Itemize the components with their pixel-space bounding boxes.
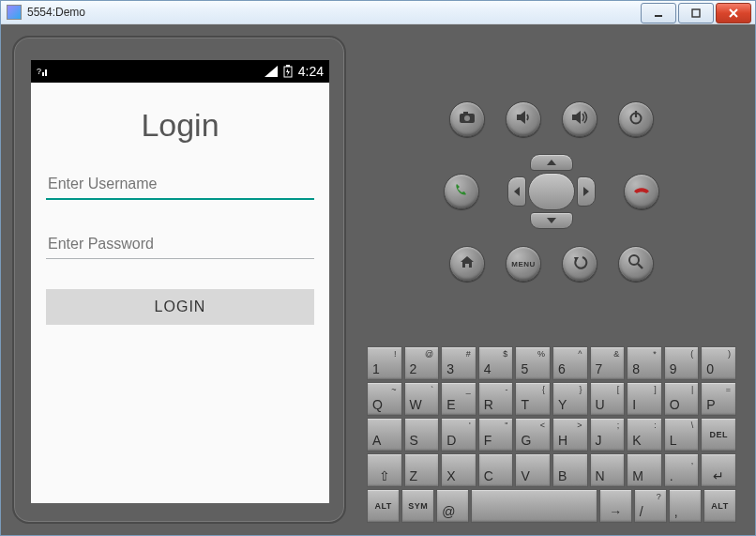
key-sup-label: ` (431, 385, 433, 394)
dpad-left[interactable] (507, 176, 526, 207)
key-/[interactable]: /? (634, 489, 667, 523)
key-sup-label: ! (394, 349, 397, 359)
power-button[interactable] (618, 101, 654, 137)
key-f[interactable]: F" (478, 418, 514, 452)
close-button[interactable] (716, 3, 751, 23)
key-main-label: ALT (374, 501, 391, 511)
key-m[interactable]: M (627, 453, 662, 487)
key-i[interactable]: I] (627, 382, 662, 416)
svg-marker-20 (583, 187, 589, 196)
key-main-label: ↵ (713, 468, 724, 483)
key-c[interactable]: C (478, 453, 514, 487)
dpad-right[interactable] (577, 176, 596, 207)
key-o[interactable]: O| (664, 382, 700, 416)
volume-down-button[interactable] (506, 101, 541, 137)
key-main-label: P (706, 397, 715, 412)
key-8[interactable]: 8* (627, 346, 662, 380)
volume-up-button[interactable] (562, 101, 597, 137)
controls-panel: MENU 1!2@3#4$5%6^7&8*9(0)Q~W`E_R-T{Y}U[I… (359, 36, 744, 524)
key-alt[interactable]: ALT (703, 489, 736, 523)
key-.[interactable]: ., (664, 453, 700, 487)
key-,[interactable]: , (669, 489, 702, 523)
login-button[interactable]: LOGIN (46, 289, 314, 325)
key-sup-label: ' (469, 421, 471, 430)
key-y[interactable]: Y} (552, 382, 588, 416)
call-end-icon (632, 183, 651, 200)
key-alt[interactable]: ALT (367, 489, 400, 523)
key-t[interactable]: T{ (515, 382, 551, 416)
key-⇧[interactable]: ⇧ (367, 453, 402, 487)
key-g[interactable]: G< (515, 418, 551, 452)
window-title: 5554:Demo (27, 6, 85, 19)
dpad-up[interactable] (530, 154, 573, 171)
username-input[interactable] (46, 170, 314, 200)
key-5[interactable]: 5% (515, 346, 551, 380)
password-input[interactable] (46, 230, 314, 259)
call-start-button[interactable] (444, 174, 479, 209)
svg-line-25 (638, 264, 643, 268)
key-7[interactable]: 7& (590, 346, 626, 380)
minimize-button[interactable] (641, 3, 676, 23)
key-x[interactable]: X (441, 453, 476, 487)
key-main-label: → (609, 504, 622, 519)
home-button[interactable] (449, 246, 485, 282)
key-z[interactable]: Z (404, 453, 440, 487)
key-e[interactable]: E_ (441, 382, 476, 416)
key-6[interactable]: 6^ (552, 346, 588, 380)
key-@[interactable]: @ (436, 489, 469, 523)
key-u[interactable]: U[ (590, 382, 626, 416)
key-sup-label: ) (728, 349, 731, 359)
key-a[interactable]: A (367, 418, 402, 452)
key-main-label: H (558, 433, 567, 448)
key-4[interactable]: 4$ (478, 346, 514, 380)
search-button[interactable] (618, 246, 654, 282)
key-h[interactable]: H> (552, 418, 588, 452)
key-q[interactable]: Q~ (367, 382, 402, 416)
key-2[interactable]: 2@ (404, 346, 440, 380)
key-r[interactable]: R- (478, 382, 514, 416)
key-sup-label: " (505, 421, 507, 430)
key-main-label: I (632, 397, 636, 412)
key-3[interactable]: 3# (441, 346, 476, 380)
key-d[interactable]: D' (441, 418, 476, 452)
key-v[interactable]: V (515, 453, 551, 487)
svg-marker-19 (514, 187, 520, 196)
key-sup-label: : (654, 421, 657, 430)
key-n[interactable]: N (590, 453, 626, 487)
key-0[interactable]: 0) (701, 346, 736, 380)
key-1[interactable]: 1! (367, 346, 402, 380)
key-main-label: T (521, 397, 529, 412)
key-main-label: DEL (709, 430, 728, 439)
dpad-center[interactable] (528, 173, 575, 210)
key-k[interactable]: K: (627, 418, 662, 452)
key-main-label: 9 (670, 361, 677, 376)
key-j[interactable]: J; (590, 418, 626, 452)
call-end-button[interactable] (624, 174, 659, 209)
key-main-label: 6 (558, 361, 566, 376)
key-↵[interactable]: ↵ (701, 453, 736, 487)
key-sup-label: , (691, 456, 694, 466)
key-space[interactable] (471, 489, 597, 523)
key-main-label: J (596, 433, 602, 448)
back-button[interactable] (562, 246, 597, 282)
key-del[interactable]: DEL (701, 418, 736, 452)
key-main-label: R (484, 397, 493, 412)
key-sup-label: ; (617, 421, 620, 430)
maximize-button[interactable] (678, 3, 714, 23)
key-→[interactable]: → (599, 489, 632, 523)
key-b[interactable]: B (552, 453, 588, 487)
key-s[interactable]: S (404, 418, 440, 452)
camera-button[interactable] (449, 101, 485, 137)
dpad-down[interactable] (530, 212, 573, 229)
key-l[interactable]: L\ (664, 418, 700, 452)
key-sup-label: ~ (391, 385, 396, 394)
key-sym[interactable]: SYM (401, 489, 434, 523)
menu-button[interactable]: MENU (506, 246, 541, 282)
dpad (500, 154, 603, 229)
key-w[interactable]: W` (404, 382, 440, 416)
key-9[interactable]: 9( (664, 346, 700, 380)
key-p[interactable]: P= (701, 382, 736, 416)
window-buttons (641, 3, 751, 23)
key-main-label: O (670, 397, 680, 412)
status-time: 4:24 (298, 64, 324, 79)
